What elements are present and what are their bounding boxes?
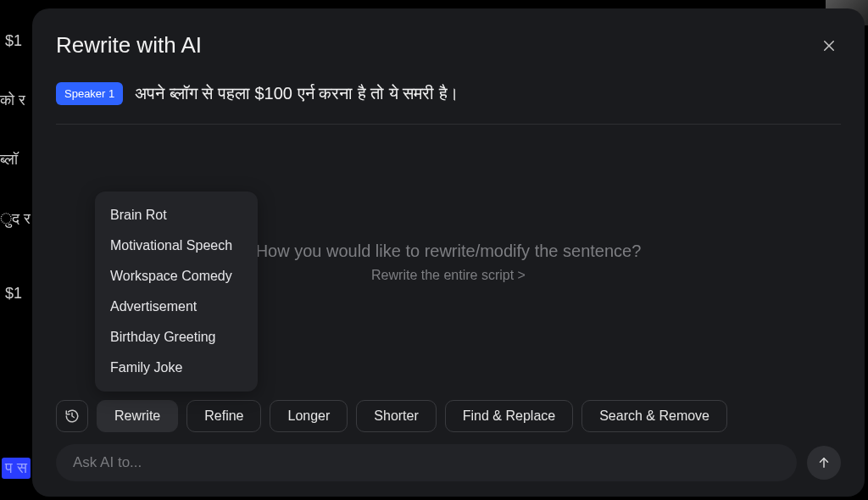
- close-icon: [821, 38, 837, 53]
- speaker-badge[interactable]: Speaker 1: [56, 82, 123, 105]
- arrow-up-icon: [816, 455, 832, 470]
- refine-button[interactable]: Refine: [186, 400, 261, 432]
- dropdown-item-motivational-speech[interactable]: Motivational Speech: [95, 231, 258, 261]
- dropdown-item-birthday-greeting[interactable]: Birthday Greeting: [95, 322, 258, 353]
- action-row: Rewrite Refine Longer Shorter Find & Rep…: [56, 400, 841, 432]
- rewrite-style-dropdown[interactable]: Brain Rot Motivational Speech Workspace …: [95, 192, 258, 392]
- ask-ai-input[interactable]: [56, 444, 797, 481]
- longer-button[interactable]: Longer: [270, 400, 348, 432]
- rewrite-button[interactable]: Rewrite: [97, 400, 178, 432]
- rewrite-prompt: How you would like to rewrite/modify the…: [256, 242, 642, 261]
- dropdown-item-workspace-comedy[interactable]: Workspace Comedy: [95, 261, 258, 292]
- history-icon: [64, 408, 80, 424]
- rewrite-entire-script-link[interactable]: Rewrite the entire script >: [371, 268, 526, 283]
- center-area: How you would like to rewrite/modify the…: [56, 125, 841, 400]
- bg-text: ब्लॉ: [0, 151, 18, 169]
- modal-header: Rewrite with AI: [56, 32, 841, 58]
- bg-text: को र: [0, 92, 25, 109]
- bg-text: प स: [2, 458, 31, 479]
- dropdown-item-family-joke[interactable]: Family Joke: [95, 353, 258, 383]
- bg-text: ुद र: [0, 210, 31, 228]
- modal-title: Rewrite with AI: [56, 32, 202, 58]
- search-remove-button[interactable]: Search & Remove: [581, 400, 727, 432]
- input-row: [56, 444, 841, 481]
- rewrite-modal: Rewrite with AI Speaker 1 अपने ब्लॉग से …: [32, 8, 865, 497]
- bg-text: $1: [5, 285, 22, 303]
- shorter-button[interactable]: Shorter: [356, 400, 436, 432]
- bg-text: $1: [5, 32, 22, 50]
- dropdown-item-brain-rot[interactable]: Brain Rot: [95, 200, 258, 231]
- find-replace-button[interactable]: Find & Replace: [445, 400, 573, 432]
- sentence-text: अपने ब्लॉग से पहला $100 एर्न करना है तो …: [135, 84, 459, 103]
- close-button[interactable]: [817, 34, 841, 58]
- dropdown-item-advertisement[interactable]: Advertisement: [95, 292, 258, 322]
- speaker-line: Speaker 1 अपने ब्लॉग से पहला $100 एर्न क…: [56, 82, 841, 125]
- history-button[interactable]: [56, 400, 88, 432]
- send-button[interactable]: [807, 446, 841, 480]
